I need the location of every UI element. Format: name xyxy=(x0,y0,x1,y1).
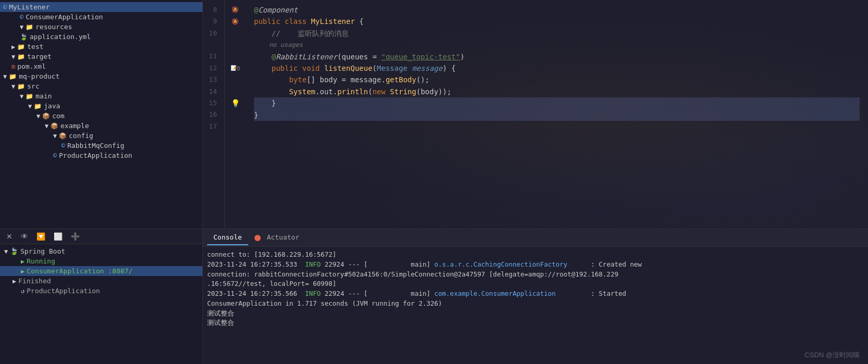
tree-item-consumerapplication[interactable]: © ConsumerApplication xyxy=(0,12,202,22)
chevron-icon: ▼ xyxy=(20,23,23,31)
line-num-13: 13 xyxy=(203,74,221,85)
run-item-productapplication[interactable]: ↺ ProductApplication xyxy=(0,286,202,296)
console-line-5: 2023-11-24 16:27:35.566 INFO 22924 --- [… xyxy=(207,289,864,299)
run-item-label: ConsumerApplication :8087/ xyxy=(27,267,133,275)
paren2: ( xyxy=(373,62,377,74)
chevron-icon: ▼ xyxy=(45,122,48,130)
tree-item-example[interactable]: ▼ 📦 example xyxy=(0,121,202,131)
string-val: "queue_topic-test" xyxy=(381,51,460,62)
tree-item-java[interactable]: ▼ 📁 java xyxy=(0,101,202,111)
paren-close: ) xyxy=(460,51,464,62)
tree-item-mqproduct[interactable]: ▼ 📁 mq-product xyxy=(0,71,202,81)
dot3: . xyxy=(333,86,337,97)
gutter-8: 🔕 xyxy=(225,4,246,16)
assign: = xyxy=(342,74,351,85)
at-sign: @ xyxy=(254,51,276,62)
add-button[interactable]: ➕ xyxy=(69,231,82,242)
console-panel: Console Actuator connect to: [192.168.22… xyxy=(203,229,868,364)
tree-label: mq-product xyxy=(19,72,59,80)
kw-public: public xyxy=(254,16,285,27)
tree-item-test[interactable]: ▶ 📁 test xyxy=(0,42,202,52)
tree-label: example xyxy=(60,122,89,130)
run-status-label: Finished xyxy=(18,277,51,285)
tree-item-src[interactable]: ▼ 📁 src xyxy=(0,81,202,91)
tab-console[interactable]: Console xyxy=(207,230,248,245)
filter-button[interactable]: 🔽 xyxy=(34,231,47,242)
restart-button[interactable]: ⬜ xyxy=(52,231,65,242)
started-label: Started xyxy=(599,290,627,297)
eye-button[interactable]: 👁 xyxy=(19,231,30,242)
tree-item-mylistener[interactable]: © MyListener xyxy=(0,2,202,12)
tree-label: pom.xml xyxy=(17,62,46,70)
run-panel: ✕ 👁 🔽 ⬜ ➕ ▼ 🍃 Spring Boot ▶ Running ▶ xyxy=(0,229,202,364)
tree-item-com[interactable]: ▼ 📦 com xyxy=(0,111,202,121)
console-line-3: connection: rabbitConnectionFactory#502a… xyxy=(207,270,864,280)
class-system: System xyxy=(254,86,315,97)
code-line-15: } xyxy=(254,97,860,109)
tree-item-productapplication[interactable]: © ProductApplication xyxy=(0,150,202,160)
tree-label: src xyxy=(27,82,39,90)
tree-item-resources[interactable]: ▼ 📁 resources xyxy=(0,22,202,32)
line-num-15: 15 xyxy=(203,97,221,109)
actuator-icon xyxy=(254,235,261,241)
reload-icon: ↺ xyxy=(21,287,24,295)
gutter-15: 💡 xyxy=(225,97,246,109)
info-badge: INFO xyxy=(305,260,321,268)
console-line-7: 测试整合 xyxy=(207,309,864,319)
line-num-14: 14 xyxy=(203,86,221,97)
code-line-17 xyxy=(254,121,860,132)
tree-label: RabbitMqConfig xyxy=(67,142,124,149)
line-num-16: 16 xyxy=(203,109,221,121)
gutter-9: 🔕 xyxy=(225,16,246,27)
chevron-icon: ▼ xyxy=(11,83,15,90)
close-button[interactable]: ✕ xyxy=(4,231,15,242)
run-group-label: Spring Boot xyxy=(20,247,65,255)
var-out: out xyxy=(320,86,333,97)
run-group-running[interactable]: ▶ Running xyxy=(0,256,202,266)
tree-item-applicationyml[interactable]: 🍃 application.yml xyxy=(0,32,202,42)
class-ref2: com.example.ConsumerApplication xyxy=(435,290,556,297)
tree-item-pomxml[interactable]: m pom.xml xyxy=(0,61,202,71)
run-group-finished[interactable]: ▶ Finished xyxy=(0,276,202,286)
line-num-9: 9 xyxy=(203,16,221,27)
code-line-9: public class MyListener { xyxy=(254,16,860,27)
tree-item-rabbitmqconfig[interactable]: © RabbitMqConfig xyxy=(0,141,202,150)
method-println: println xyxy=(337,86,368,97)
close-brace1: } xyxy=(254,97,276,109)
tab-actuator[interactable]: Actuator xyxy=(248,230,305,245)
info-badge2: INFO xyxy=(305,290,321,297)
folder-icon: 📁 xyxy=(25,23,33,31)
line-numbers: 8 9 10 11 12 13 14 15 16 17 xyxy=(203,0,225,229)
tab-actuator-label: Actuator xyxy=(267,233,300,241)
run-item-consumerapplication[interactable]: ▶ ConsumerApplication :8087/ xyxy=(0,266,202,276)
folder-icon: 📁 xyxy=(17,43,25,51)
chevron-icon: ▶ xyxy=(12,278,16,285)
play-icon: ▶ xyxy=(21,268,24,275)
call1: (); xyxy=(416,74,429,85)
param-type: Message xyxy=(377,62,412,74)
gutter-17 xyxy=(225,121,246,132)
chevron-icon: ▼ xyxy=(11,53,15,60)
tree-item-target[interactable]: ▼ 📁 target xyxy=(0,52,202,61)
right-panel: 8 9 10 11 12 13 14 15 16 17 🔕 🔕 📝@ xyxy=(203,0,868,364)
console-output: connect to: [192.168.229.16:5672] 2023-1… xyxy=(203,247,868,364)
dot1: . xyxy=(381,74,385,85)
code-line-13: byte[] body = message.getBody(); xyxy=(254,74,860,85)
folder-icon: 📁 xyxy=(34,103,42,110)
folder-icon: 📦 xyxy=(59,132,67,140)
run-group-springboot[interactable]: ▼ 🍃 Spring Boot xyxy=(0,246,202,256)
line-num-11: 11 xyxy=(203,51,221,62)
no-usages-hint: no usages xyxy=(254,40,303,50)
code-line-14: System.out.println(new String(body)); xyxy=(254,86,860,97)
file-icon: m xyxy=(11,63,15,70)
gutter-14 xyxy=(225,86,246,97)
kw-public2: public xyxy=(254,62,302,74)
chevron-icon: ▼ xyxy=(53,132,57,140)
chevron-icon: ▶ xyxy=(21,258,24,265)
param-name: message xyxy=(412,62,442,74)
class-icon: © xyxy=(61,142,65,149)
eq: = xyxy=(373,51,381,62)
tree-item-config[interactable]: ▼ 📦 config xyxy=(0,131,202,141)
folder-icon: 📦 xyxy=(50,122,58,130)
tree-item-main[interactable]: ▼ 📁 main xyxy=(0,91,202,101)
